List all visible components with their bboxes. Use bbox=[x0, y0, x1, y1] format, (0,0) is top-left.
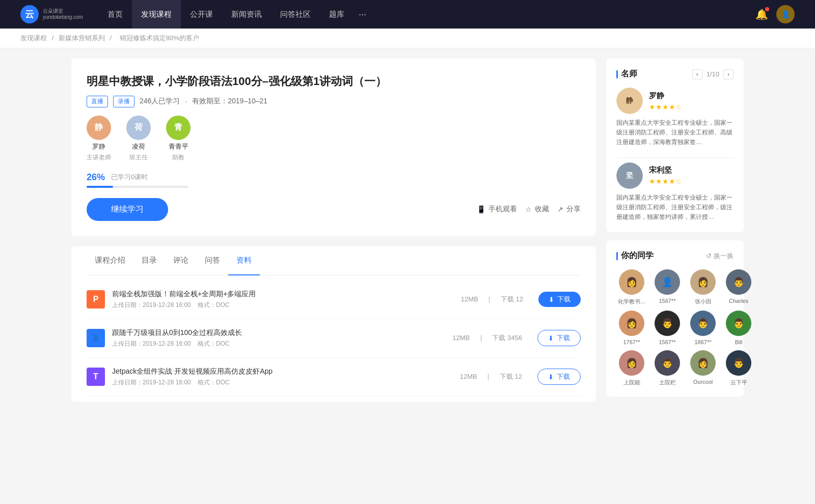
classmates-card: 你的同学 ↺ 换一换 👩 化学教书… 👤 1567** 👩 张小田 bbox=[606, 240, 744, 397]
classmate-item-10[interactable]: 👨 土院栏 bbox=[652, 350, 683, 386]
share-label: 分享 bbox=[566, 205, 581, 214]
teacher-role-3: 助教 bbox=[172, 153, 184, 162]
classmate-item-5[interactable]: 👩 1767** bbox=[616, 311, 647, 345]
classmate-name-7: 1867** bbox=[688, 339, 718, 345]
breadcrumb-link-2[interactable]: 新媒体营销系列 bbox=[59, 34, 105, 42]
sidebar-teacher-2-top: 坚 宋利坚 ★★★★☆ bbox=[616, 162, 734, 189]
download-icon-2: ⬇ bbox=[548, 334, 554, 342]
nav-item-more[interactable]: ··· bbox=[354, 0, 371, 29]
classmate-item-8[interactable]: 👨 Bill bbox=[723, 311, 754, 345]
sidebar-teacher-name-2: 宋利坚 bbox=[649, 165, 734, 175]
continue-button[interactable]: 继续学习 bbox=[87, 198, 168, 221]
material-info-2: 跟随千万级项目从0到100全过程高效成长 上传日期：2019-12-28 16:… bbox=[112, 328, 449, 348]
share-button[interactable]: ↗ 分享 bbox=[557, 205, 581, 214]
classmate-item-12[interactable]: 👨 云下平 bbox=[723, 350, 754, 386]
user-avatar[interactable]: 👤 bbox=[776, 5, 795, 23]
classmate-name-10: 土院栏 bbox=[652, 379, 683, 386]
nav-item-news[interactable]: 新闻资讯 bbox=[222, 0, 271, 29]
page-next-button[interactable]: › bbox=[723, 69, 734, 79]
main-container: 明星中教授课，小学阶段语法100分–强化级第1讲动词（一） 直播 录播 246人… bbox=[51, 59, 764, 405]
download-icon-1: ⬇ bbox=[549, 296, 554, 303]
pagination: ‹ 1/10 › bbox=[692, 69, 734, 79]
material-item: P 前端全栈加强版！前端全栈+全周期+多端应用 上传日期：2019-12-28 … bbox=[87, 281, 581, 319]
download-label-1: 下载 bbox=[557, 295, 570, 304]
tab-intro[interactable]: 课程介绍 bbox=[87, 246, 133, 275]
material-icon-1: P bbox=[87, 290, 105, 309]
classmate-item-6[interactable]: 👨 1567** bbox=[652, 311, 683, 345]
classmate-item-1[interactable]: 👩 化学教书… bbox=[616, 269, 647, 305]
logo[interactable]: 云 云朵课堂 yundoketang.com bbox=[20, 5, 83, 23]
sidebar-teacher-desc-1: 国内某重点大学安全工程专业硕士，国家一级注册消防工程师、注册安全工程师、高级注册… bbox=[616, 118, 734, 148]
course-students: 246人已学习 bbox=[140, 97, 180, 106]
nav-item-home[interactable]: 首页 bbox=[98, 0, 132, 29]
progress-percent: 26% bbox=[87, 172, 105, 183]
tab-materials[interactable]: 资料 bbox=[228, 246, 260, 275]
progress-header: 26% 已学习0课时 bbox=[87, 172, 581, 183]
download-button-2[interactable]: ⬇ 下载 bbox=[537, 330, 581, 346]
classmate-item-3[interactable]: 👩 张小田 bbox=[688, 269, 718, 305]
collect-button[interactable]: ☆ 收藏 bbox=[525, 205, 549, 214]
refresh-button[interactable]: ↺ 换一换 bbox=[706, 251, 734, 261]
classmate-item-9[interactable]: 👩 上院能 bbox=[616, 350, 647, 386]
material-date-2: 上传日期：2019-12-28 16:00 bbox=[112, 340, 191, 347]
classmate-name-3: 张小田 bbox=[688, 298, 718, 305]
download-button-1[interactable]: ⬇ 下载 bbox=[538, 292, 581, 307]
material-icon-3: T bbox=[87, 368, 105, 386]
left-content: 明星中教授课，小学阶段语法100分–强化级第1讲动词（一） 直播 录播 246人… bbox=[71, 59, 596, 405]
classmate-name-5: 1767** bbox=[616, 339, 647, 345]
classmate-item-7[interactable]: 👨 1867** bbox=[688, 311, 718, 345]
classmate-avatar-2: 👤 bbox=[655, 269, 680, 295]
classmate-item-4[interactable]: 👨 Charles bbox=[723, 269, 754, 305]
classmate-avatar-11: 👩 bbox=[690, 350, 716, 376]
nav-item-courses[interactable]: 发现课程 bbox=[132, 0, 181, 29]
material-title-3: Jetpack全组件实战 开发短视频应用高仿皮皮虾App bbox=[112, 367, 457, 376]
tab-comments[interactable]: 评论 bbox=[165, 246, 197, 275]
download-button-3[interactable]: ⬇ 下载 bbox=[537, 369, 581, 385]
tab-qa[interactable]: 问答 bbox=[197, 246, 228, 275]
material-title-2: 跟随千万级项目从0到100全过程高效成长 bbox=[112, 328, 449, 338]
mobile-icon: 📱 bbox=[477, 205, 485, 213]
mobile-watch-label: 手机观看 bbox=[488, 205, 517, 214]
breadcrumb-current: 销冠修炼术搞定80%的客户 bbox=[120, 34, 199, 42]
course-meta: 直播 录播 246人已学习 · 有效期至：2019–10–21 bbox=[87, 96, 581, 107]
materials-list: P 前端全栈加强版！前端全栈+全周期+多端应用 上传日期：2019-12-28 … bbox=[87, 275, 581, 402]
material-item-2: 👤 跟随千万级项目从0到100全过程高效成长 上传日期：2019-12-28 1… bbox=[87, 319, 581, 358]
nav-item-quiz[interactable]: 题库 bbox=[320, 0, 354, 29]
progress-bar-bg bbox=[87, 186, 188, 188]
nav-item-open[interactable]: 公开课 bbox=[181, 0, 222, 29]
page-prev-button[interactable]: ‹ bbox=[692, 69, 702, 79]
classmates-header: 你的同学 ↺ 换一换 bbox=[616, 250, 734, 261]
progress-section: 26% 已学习0课时 bbox=[87, 172, 581, 188]
classmate-name-1: 化学教书… bbox=[616, 298, 647, 305]
course-validity: 有效期至：2019–10–21 bbox=[192, 97, 267, 106]
classmate-avatar-3: 👩 bbox=[690, 269, 716, 295]
classmate-name-6: 1567** bbox=[652, 339, 683, 345]
nav-item-qa[interactable]: 问答社区 bbox=[271, 0, 320, 29]
refresh-icon: ↺ bbox=[706, 252, 712, 260]
tab-directory[interactable]: 目录 bbox=[133, 246, 165, 275]
material-meta-2: 上传日期：2019-12-28 16:00 格式：DOC bbox=[112, 340, 449, 348]
collect-label: 收藏 bbox=[535, 205, 549, 214]
teacher-divider bbox=[616, 158, 734, 158]
classmate-name-2: 1567** bbox=[652, 298, 683, 304]
tabs-header: 课程介绍 目录 评论 问答 资料 bbox=[87, 246, 581, 275]
mobile-watch-button[interactable]: 📱 手机观看 bbox=[477, 205, 517, 214]
material-info-3: Jetpack全组件实战 开发短视频应用高仿皮皮虾App 上传日期：2019-1… bbox=[112, 367, 457, 387]
teachers-row: 静 罗静 主讲老师 荷 凌荷 班主任 青 青青平 助教 bbox=[87, 116, 581, 162]
bell-icon[interactable]: 🔔 bbox=[755, 8, 768, 20]
sidebar-teacher-avatar-2: 坚 bbox=[616, 162, 643, 189]
teacher-name-3: 青青平 bbox=[169, 142, 188, 151]
classmate-item-2[interactable]: 👤 1567** bbox=[652, 269, 683, 305]
classmates-title: 你的同学 bbox=[616, 250, 654, 261]
breadcrumb-link-1[interactable]: 发现课程 bbox=[20, 34, 47, 42]
material-stats-2: 12MB ｜ 下载 3456 bbox=[449, 333, 525, 343]
notification-dot bbox=[765, 7, 769, 11]
material-date-1: 上传日期：2019-12-28 16:00 bbox=[112, 301, 191, 309]
navigation: 云 云朵课堂 yundoketang.com 首页 发现课程 公开课 新闻资讯 … bbox=[0, 0, 815, 29]
teacher-avatar-2: 荷 bbox=[126, 116, 151, 140]
classmate-avatar-8: 👨 bbox=[726, 311, 751, 336]
classmate-item-11[interactable]: 👩 Ourcool bbox=[688, 350, 718, 386]
sidebar-teacher-info-2: 宋利坚 ★★★★☆ bbox=[649, 165, 734, 185]
classmate-name-11: Ourcool bbox=[688, 379, 718, 385]
teachers-sidebar-title: 名师 bbox=[616, 69, 637, 79]
